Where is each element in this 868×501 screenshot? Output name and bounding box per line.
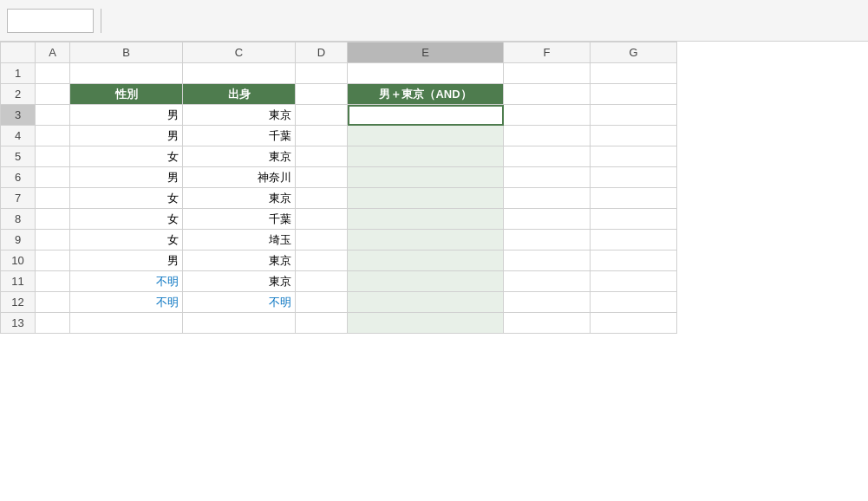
cell-C13[interactable] [183,313,296,334]
cell-B7[interactable]: 女 [70,188,183,209]
cell-B9[interactable]: 女 [70,230,183,250]
col-header-d[interactable]: D [296,42,348,63]
cell-F1[interactable] [504,63,591,84]
cell-D11[interactable] [296,271,348,292]
cell-B1[interactable] [70,63,183,84]
cell-A1[interactable] [36,63,70,84]
col-header-a[interactable]: A [36,42,70,63]
cell-B4[interactable]: 男 [70,126,183,146]
cell-F11[interactable] [504,271,591,292]
cell-B8[interactable]: 女 [70,209,183,230]
cell-B12[interactable]: 不明 [70,292,183,313]
cell-B13[interactable] [70,313,183,334]
cell-G10[interactable] [591,250,677,271]
cell-G13[interactable] [591,313,677,334]
cell-A6[interactable] [36,167,70,188]
cell-B11[interactable]: 不明 [70,271,183,292]
cell-E4[interactable] [348,126,504,146]
cell-A9[interactable] [36,230,70,250]
name-box[interactable] [7,9,94,33]
cell-E7[interactable] [348,188,504,209]
col-header-f[interactable]: F [504,42,591,63]
confirm-icon[interactable] [119,19,126,23]
cell-D3[interactable] [296,105,348,126]
formula-input[interactable] [138,9,861,33]
cell-F6[interactable] [504,167,591,188]
cancel-icon[interactable] [108,19,115,23]
cell-F10[interactable] [504,250,591,271]
cell-D1[interactable] [296,63,348,84]
cell-A2[interactable] [36,84,70,105]
cell-E3[interactable] [348,105,504,126]
cell-C12[interactable]: 不明 [183,292,296,313]
col-header-g[interactable]: G [591,42,677,63]
cell-F8[interactable] [504,209,591,230]
cell-D12[interactable] [296,292,348,313]
cell-G3[interactable] [591,105,677,126]
cell-G5[interactable] [591,146,677,167]
cell-A5[interactable] [36,146,70,167]
cell-E11[interactable] [348,271,504,292]
cell-A13[interactable] [36,313,70,334]
cell-E5[interactable] [348,146,504,167]
cell-F13[interactable] [504,313,591,334]
cell-C11[interactable]: 東京 [183,271,296,292]
cell-C1[interactable] [183,63,296,84]
cell-A3[interactable] [36,105,70,126]
cell-G7[interactable] [591,188,677,209]
cell-A4[interactable] [36,126,70,146]
cell-F5[interactable] [504,146,591,167]
col-header-c[interactable]: C [183,42,296,63]
cell-C3[interactable]: 東京 [183,105,296,126]
cell-C9[interactable]: 埼玉 [183,230,296,250]
col-header-e[interactable]: E [348,42,504,63]
cell-D7[interactable] [296,188,348,209]
cell-G12[interactable] [591,292,677,313]
cell-D8[interactable] [296,209,348,230]
cell-C2[interactable]: 出身 [183,84,296,105]
cell-B3[interactable]: 男 [70,105,183,126]
cell-F2[interactable] [504,84,591,105]
cell-D9[interactable] [296,230,348,250]
cell-F4[interactable] [504,126,591,146]
cell-E9[interactable] [348,230,504,250]
cell-A7[interactable] [36,188,70,209]
cell-G8[interactable] [591,209,677,230]
cell-A11[interactable] [36,271,70,292]
cell-A10[interactable] [36,250,70,271]
cell-A8[interactable] [36,209,70,230]
cell-B6[interactable]: 男 [70,167,183,188]
cell-C10[interactable]: 東京 [183,250,296,271]
cell-G9[interactable] [591,230,677,250]
cell-G2[interactable] [591,84,677,105]
cell-F12[interactable] [504,292,591,313]
cell-D2[interactable] [296,84,348,105]
cell-C4[interactable]: 千葉 [183,126,296,146]
cell-C8[interactable]: 千葉 [183,209,296,230]
cell-E6[interactable] [348,167,504,188]
cell-E2[interactable]: 男＋東京（AND） [348,84,504,105]
cell-C6[interactable]: 神奈川 [183,167,296,188]
cell-C7[interactable]: 東京 [183,188,296,209]
cell-B5[interactable]: 女 [70,146,183,167]
cell-D13[interactable] [296,313,348,334]
cell-E8[interactable] [348,209,504,230]
cell-D10[interactable] [296,250,348,271]
cell-D4[interactable] [296,126,348,146]
cell-B10[interactable]: 男 [70,250,183,271]
cell-D5[interactable] [296,146,348,167]
cell-E1[interactable] [348,63,504,84]
cell-F9[interactable] [504,230,591,250]
cell-F7[interactable] [504,188,591,209]
cell-G4[interactable] [591,126,677,146]
cell-E10[interactable] [348,250,504,271]
cell-B2[interactable]: 性別 [70,84,183,105]
cell-F3[interactable] [504,105,591,126]
cell-G6[interactable] [591,167,677,188]
cell-E12[interactable] [348,292,504,313]
cell-E13[interactable] [348,313,504,334]
cell-A12[interactable] [36,292,70,313]
cell-G1[interactable] [591,63,677,84]
col-header-b[interactable]: B [70,42,183,63]
cell-D6[interactable] [296,167,348,188]
